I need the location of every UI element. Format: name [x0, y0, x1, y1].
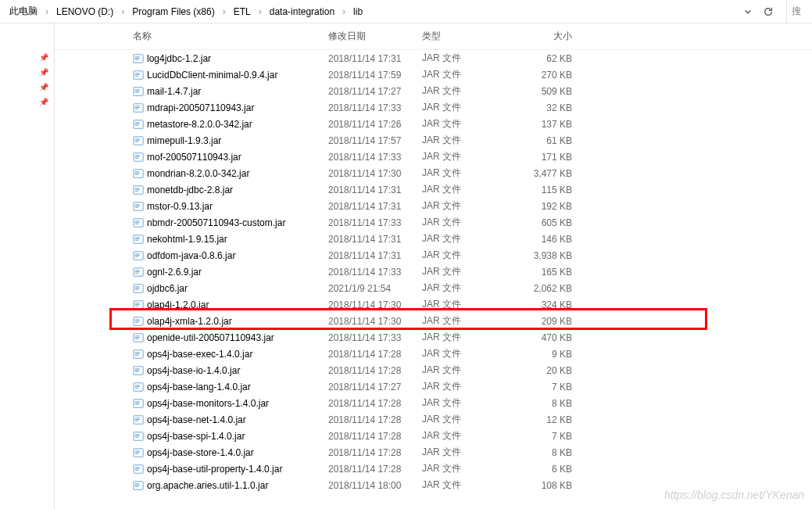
pin-icon[interactable]: 📌 [39, 68, 54, 77]
toolbar-icons [742, 6, 780, 17]
file-name: openide-util-200507110943.jar [133, 332, 328, 343]
file-row[interactable]: metastore-8.2.0.0-342.jar2018/11/14 17:2… [55, 116, 812, 132]
file-type: JAR 文件 [422, 364, 516, 377]
breadcrumb-current[interactable]: lib [350, 5, 366, 19]
file-name: ops4j-base-monitors-1.4.0.jar [133, 398, 328, 409]
breadcrumb-folder[interactable]: data-integration [266, 5, 338, 19]
address-bar: 此电脑 › LENOVO (D:) › Program Files (x86) … [0, 0, 812, 23]
breadcrumb-folder[interactable]: Program Files (x86) [129, 5, 217, 19]
file-size: 146 KB [516, 234, 578, 245]
file-row[interactable]: openide-util-200507110943.jar2018/11/14 … [55, 329, 812, 346]
file-date: 2018/11/14 17:28 [328, 365, 422, 376]
file-type: JAR 文件 [422, 446, 516, 459]
file-date: 2018/11/14 17:30 [328, 168, 422, 179]
search-input[interactable]: 搜 [786, 0, 806, 23]
svg-rect-97 [135, 450, 140, 451]
breadcrumb-drive[interactable]: LENOVO (D:) [53, 5, 116, 19]
svg-rect-63 [135, 305, 138, 306]
svg-rect-83 [135, 387, 138, 388]
file-row[interactable]: ops4j-base-lang-1.4.0.jar2018/11/14 17:2… [55, 378, 812, 395]
svg-rect-53 [135, 270, 140, 271]
svg-rect-34 [135, 189, 140, 190]
breadcrumb-sep: › [341, 6, 347, 17]
svg-rect-73 [135, 352, 140, 353]
file-date: 2018/11/14 17:33 [328, 267, 422, 278]
file-list: log4jdbc-1.2.jar2018/11/14 17:31JAR 文件62… [55, 50, 812, 493]
file-row[interactable]: log4jdbc-1.2.jar2018/11/14 17:31JAR 文件62… [55, 50, 812, 66]
file-date: 2018/11/14 17:59 [328, 70, 422, 81]
file-name: mof-200507110943.jar [133, 152, 328, 163]
file-row[interactable]: mof-200507110943.jar2018/11/14 17:33JAR … [55, 149, 812, 165]
file-row[interactable]: mondrian-8.2.0.0-342.jar2018/11/14 17:30… [55, 165, 812, 181]
file-type: JAR 文件 [422, 429, 516, 443]
svg-rect-31 [135, 174, 138, 174]
file-date: 2018/11/14 17:28 [328, 447, 422, 458]
file-name: mdrapi-200507110943.jar [133, 102, 328, 113]
svg-rect-69 [135, 335, 140, 336]
column-type[interactable]: 类型 [422, 30, 516, 43]
file-row[interactable]: ops4j-base-net-1.4.0.jar2018/11/14 17:28… [55, 411, 812, 428]
svg-rect-23 [135, 141, 138, 142]
file-row[interactable]: ops4j-base-util-property-1.4.0.jar2018/1… [55, 461, 812, 477]
file-row[interactable]: monetdb-jdbc-2.8.jar2018/11/14 17:31JAR … [55, 181, 812, 198]
svg-rect-102 [135, 468, 140, 469]
file-row[interactable]: LucidDbClient-minimal-0.9.4.jar2018/11/1… [55, 66, 812, 83]
breadcrumb-sep: › [44, 6, 50, 17]
file-type: JAR 文件 [422, 52, 516, 65]
file-name: mondrian-8.2.0.0-342.jar [133, 168, 328, 179]
file-row[interactable]: odfdom-java-0.8.6.jar2018/11/14 17:31JAR… [55, 247, 812, 263]
svg-rect-101 [135, 467, 140, 468]
file-name: org.apache.aries.util-1.1.0.jar [133, 480, 328, 491]
column-date[interactable]: 修改日期 [328, 30, 422, 43]
column-size[interactable]: 大小 [516, 30, 578, 43]
file-date: 2018/11/14 17:27 [328, 382, 422, 393]
svg-rect-3 [135, 59, 138, 59]
file-row[interactable]: ognl-2.6.9.jar2018/11/14 17:33JAR 文件165 … [55, 263, 812, 280]
file-row[interactable]: mimepull-1.9.3.jar2018/11/14 17:57JAR 文件… [55, 132, 812, 149]
pin-icon[interactable]: 📌 [39, 83, 54, 91]
svg-rect-19 [135, 124, 138, 125]
svg-rect-33 [135, 188, 140, 188]
svg-rect-43 [135, 223, 138, 224]
file-size: 470 KB [516, 332, 578, 343]
svg-rect-10 [135, 91, 140, 91]
pin-icon[interactable]: 📌 [39, 53, 54, 62]
file-row[interactable]: olap4j-xmla-1.2.0.jar2018/11/14 17:30JAR… [55, 313, 812, 329]
file-date: 2018/11/14 17:30 [328, 299, 422, 310]
file-row[interactable]: ops4j-base-io-1.4.0.jar2018/11/14 17:28J… [55, 362, 812, 378]
file-row[interactable]: ops4j-base-store-1.4.0.jar2018/11/14 17:… [55, 444, 812, 461]
file-size: 61 KB [516, 135, 578, 146]
file-row[interactable]: mail-1.4.7.jar2018/11/14 17:27JAR 文件509 … [55, 83, 812, 99]
pin-icon[interactable]: 📌 [39, 98, 54, 106]
file-size: 209 KB [516, 316, 578, 327]
file-row[interactable]: nbmdr-200507110943-custom.jar2018/11/14 … [55, 214, 812, 231]
dropdown-icon[interactable] [742, 6, 753, 17]
file-name: monetdb-jdbc-2.8.jar [133, 185, 328, 195]
file-row[interactable]: ops4j-base-exec-1.4.0.jar2018/11/14 17:2… [55, 346, 812, 362]
file-row[interactable]: ops4j-base-monitors-1.4.0.jar2018/11/14 … [55, 395, 812, 411]
file-type: JAR 文件 [422, 117, 516, 131]
svg-rect-103 [135, 469, 138, 470]
file-row[interactable]: mdrapi-200507110943.jar2018/11/14 17:33J… [55, 99, 812, 116]
file-row[interactable]: ops4j-base-spi-1.4.0.jar2018/11/14 17:28… [55, 428, 812, 444]
file-row[interactable]: ojdbc6.jar2021/1/9 21:54JAR 文件2,062 KB [55, 280, 812, 296]
breadcrumb-root[interactable]: 此电脑 [6, 3, 41, 20]
file-type: JAR 文件 [422, 134, 516, 147]
file-size: 7 KB [516, 382, 578, 393]
file-row[interactable]: nekohtml-1.9.15.jar2018/11/14 17:31JAR 文… [55, 231, 812, 247]
breadcrumb-folder[interactable]: ETL [231, 5, 254, 19]
file-date: 2018/11/14 17:33 [328, 332, 422, 343]
file-date: 2018/11/14 17:33 [328, 102, 422, 113]
file-date: 2018/11/14 17:28 [328, 431, 422, 442]
file-type: JAR 文件 [422, 232, 516, 246]
refresh-icon[interactable] [763, 6, 774, 17]
column-name[interactable]: 名称 [133, 30, 328, 43]
file-size: 324 KB [516, 299, 578, 310]
file-row[interactable]: org.apache.aries.util-1.1.0.jar2018/11/1… [55, 477, 812, 493]
svg-rect-50 [135, 255, 140, 256]
file-row[interactable]: olap4j-1.2.0.jar2018/11/14 17:30JAR 文件32… [55, 296, 812, 313]
file-row[interactable]: mstor-0.9.13.jar2018/11/14 17:31JAR 文件19… [55, 198, 812, 214]
file-name: ojdbc6.jar [133, 283, 328, 294]
file-name: olap4j-xmla-1.2.0.jar [133, 316, 328, 327]
file-size: 12 KB [516, 414, 578, 425]
